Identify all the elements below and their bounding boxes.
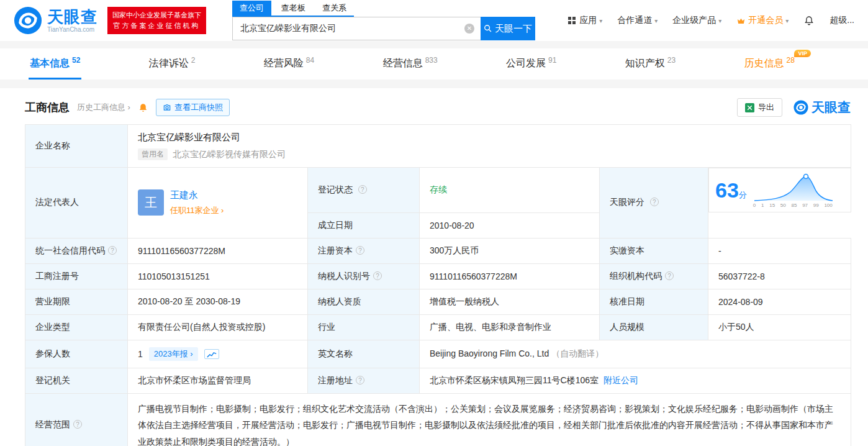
brand-name: 天眼查: [47, 9, 97, 25]
field-label-credit-code: 统一社会信用代码?: [25, 238, 128, 263]
field-label-taxpayer-no: 纳税人识别号?: [308, 263, 420, 289]
nav-open-vip[interactable]: 开通会员 ▾: [736, 15, 789, 26]
tab-company-development[interactable]: 公司发展 91: [501, 48, 561, 80]
table-row: 企业类型 有限责任公司(自然人投资或控股) 行业 广播、电视、电影和录音制作业 …: [25, 314, 851, 340]
gov-badge-line1: 国家中小企业发展子基金旗下: [112, 10, 201, 20]
grid-icon: [568, 17, 576, 24]
tab-basic-info[interactable]: 基本信息 52: [25, 48, 85, 80]
tab-label: 历史信息: [744, 57, 784, 70]
help-icon[interactable]: ?: [73, 420, 82, 429]
nav-notifications[interactable]: [803, 15, 815, 26]
tab-history-info[interactable]: 历史信息 28 VIP: [739, 48, 800, 80]
help-icon[interactable]: ?: [108, 246, 117, 255]
export-label: 导出: [758, 102, 774, 113]
bell-icon: [803, 15, 815, 26]
score-value: 63: [715, 178, 739, 202]
avatar[interactable]: 王: [138, 189, 164, 216]
field-label-authority: 登记机关: [25, 368, 128, 393]
search-button[interactable]: 天眼一下: [481, 17, 535, 40]
chevron-down-icon: ▾: [718, 17, 721, 24]
status-badge: 存续: [430, 184, 447, 194]
score-unit: 分: [739, 190, 747, 199]
tab-count: 833: [425, 56, 438, 65]
search-tab-company[interactable]: 查公司: [232, 1, 271, 16]
legal-rep-link[interactable]: 王建永: [170, 189, 224, 201]
table-row: 统一社会信用代码? 91110116560377228M 注册资本? 300万人…: [25, 238, 851, 263]
nav-apps[interactable]: 应用 ▾: [568, 15, 602, 26]
field-value-paid-capital: -: [708, 238, 851, 263]
field-value-reg-capital: 300万人民币: [420, 238, 600, 263]
help-icon[interactable]: ?: [665, 271, 674, 280]
subscribe-bell-icon[interactable]: [138, 102, 148, 113]
gov-badge-line2: 官方备案企业征信机构: [112, 20, 201, 31]
insured-count: 1: [138, 349, 143, 359]
trend-chart-icon[interactable]: [204, 349, 219, 359]
field-value-reg-status: 存续: [420, 168, 600, 213]
search-block: 查公司 查老板 查关系 ✕ 天眼一下: [232, 1, 535, 40]
field-label-taxpayer-quality: 纳税人资质: [308, 289, 420, 314]
company-name: 北京宝亿嵘影业有限公司: [138, 132, 841, 143]
excel-icon: [745, 103, 754, 112]
nav-cooperation-label: 合作通道: [617, 15, 652, 26]
field-label-reg-no: 工商注册号: [25, 263, 128, 289]
auto-translate-note: （自动翻译）: [551, 348, 604, 358]
search-tab-relation[interactable]: 查关系: [315, 1, 354, 16]
field-value-scope: 广播电视节目制作；电影摄制；电影发行；组织文化艺术交流活动（不含演出）；公关策划…: [128, 393, 851, 446]
history-business-info-link[interactable]: 历史工商信息 ›: [77, 102, 130, 113]
field-label-reg-capital: 注册资本?: [308, 238, 420, 263]
score-link[interactable]: 63分 011550859799100: [708, 168, 851, 212]
tab-count: 52: [72, 56, 80, 65]
section-header: 工商信息 历史工商信息 › 查看工商快照 导出 天眼查: [25, 98, 851, 117]
nav-enterprise-products[interactable]: 企业级产品 ▾: [672, 15, 721, 26]
field-value-legal-rep: 王 王建永 任职11家企业 ›: [128, 168, 308, 239]
help-icon[interactable]: ?: [358, 185, 367, 194]
field-label-insured: 参保人数: [25, 340, 128, 368]
export-button[interactable]: 导出: [737, 98, 782, 117]
field-value-org-code: 56037722-8: [708, 263, 851, 289]
table-row: 法定代表人 王 王建永 任职11家企业 › 登记状态 ? 存续 天眼评分 ? 6…: [25, 168, 851, 213]
annual-report-link[interactable]: 2023年报 ›: [149, 347, 198, 361]
chevron-down-icon: ▾: [654, 17, 658, 24]
field-value-insured: 1 2023年报 ›: [128, 340, 308, 368]
field-label-legal-rep: 法定代表人: [25, 168, 128, 239]
nearby-companies-link[interactable]: 附近公司: [604, 375, 638, 385]
field-value-credit-code: 91110116560377228M: [128, 238, 308, 263]
tab-count: 91: [548, 56, 556, 65]
tianyancha-logo[interactable]: 天眼查 TianYanCha.com: [14, 6, 97, 35]
field-label-paid-capital: 实缴资本: [600, 238, 708, 263]
field-value-taxpayer-quality: 增值税一般纳税人: [420, 289, 600, 314]
search-tab-boss[interactable]: 查老板: [274, 1, 313, 16]
table-row: 工商注册号 110105013151251 纳税人识别号? 9111011656…: [25, 263, 851, 289]
field-value-company-type: 有限责任公司(自然人投资或控股): [128, 314, 308, 340]
watermark-logo: 天眼查: [793, 99, 851, 116]
score-distribution-chart: [753, 172, 834, 202]
help-icon[interactable]: ?: [373, 271, 382, 280]
nav-vip-label: 开通会员: [748, 15, 783, 26]
tab-intellectual-property[interactable]: 知识产权 23: [620, 48, 680, 80]
field-value-approve-date: 2024-08-09: [708, 289, 851, 314]
view-snapshot-button[interactable]: 查看工商快照: [156, 99, 230, 116]
tab-business-risk[interactable]: 经营风险 84: [259, 48, 319, 80]
tab-label: 经营信息: [383, 57, 423, 70]
legal-rep-roles-link[interactable]: 任职11家企业 ›: [170, 205, 224, 216]
search-input[interactable]: [232, 17, 481, 40]
help-icon[interactable]: ?: [356, 246, 364, 255]
table-row: 经营范围? 广播电视节目制作；电影摄制；电影发行；组织文化艺术交流活动（不含演出…: [25, 393, 851, 446]
field-value-en-name: Beijing Baoyirong Film Co., Ltd（自动翻译）: [420, 340, 851, 368]
tianyancha-logo-icon: [14, 6, 42, 35]
business-scope-text: 广播电视节目制作；电影摄制；电影发行；组织文化艺术交流活动（不含演出）；公关策划…: [138, 401, 841, 446]
help-icon[interactable]: ?: [650, 198, 659, 206]
clear-icon[interactable]: ✕: [464, 24, 474, 34]
tab-legal-litigation[interactable]: 法律诉讼 2: [144, 48, 201, 80]
help-icon[interactable]: ?: [356, 376, 364, 385]
divider-band: [0, 80, 868, 88]
crown-icon: [736, 16, 746, 25]
nav-super-vip[interactable]: 超级...: [830, 15, 854, 26]
nav-super-label: 超级...: [830, 15, 854, 26]
table-row: 营业期限 2010-08-20 至 2030-08-19 纳税人资质 增值税一般…: [25, 289, 851, 314]
tab-business-info[interactable]: 经营信息 833: [378, 48, 443, 80]
field-label-establish-date: 成立日期: [308, 212, 420, 238]
field-value-taxpayer-no: 91110116560377228M: [420, 263, 600, 289]
nav-cooperation[interactable]: 合作通道 ▾: [617, 15, 658, 26]
field-label-term: 营业期限: [25, 289, 128, 314]
